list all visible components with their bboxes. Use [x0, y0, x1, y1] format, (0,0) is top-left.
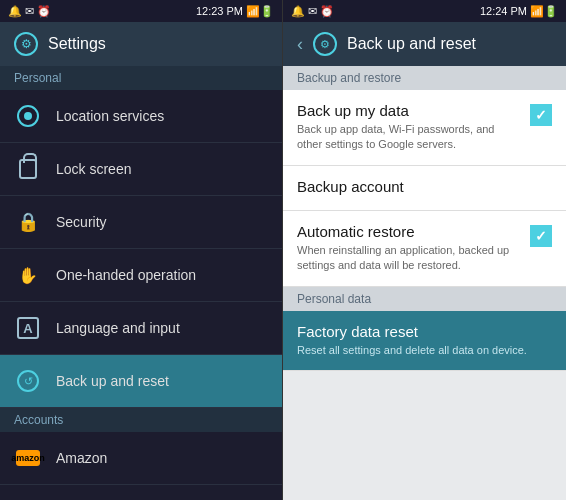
left-status-left: 🔔 ✉ ⏰	[8, 5, 51, 18]
menu-item-dropbox[interactable]: ❖ Dropbox	[0, 485, 282, 500]
right-status-left: 🔔 ✉ ⏰	[291, 5, 334, 18]
menu-item-location[interactable]: Location services	[0, 90, 282, 143]
left-status-time: 12:23 PM	[196, 5, 243, 17]
right-status-bar: 🔔 ✉ ⏰ 12:24 PM 📶🔋	[283, 0, 566, 22]
back-button[interactable]: ‹	[297, 34, 303, 55]
factory-reset-item[interactable]: Factory data reset Reset all settings an…	[283, 311, 566, 371]
menu-item-lockscreen[interactable]: Lock screen	[0, 143, 282, 196]
factory-reset-title: Factory data reset	[297, 323, 552, 340]
settings-gear-icon: ⚙	[14, 32, 38, 56]
menu-item-onehanded[interactable]: ✋ One-handed operation	[0, 249, 282, 302]
backup-label: Back up and reset	[56, 373, 169, 389]
right-header: ‹ ⚙ Back up and reset	[283, 22, 566, 66]
factory-reset-text: Factory data reset Reset all settings an…	[297, 323, 552, 358]
backup-icon: ↺	[14, 367, 42, 395]
right-panel-title: Back up and reset	[347, 35, 476, 53]
left-panel: 🔔 ✉ ⏰ 12:23 PM 📶🔋 ⚙ Settings Personal Lo…	[0, 0, 283, 500]
lock-icon	[14, 155, 42, 183]
backup-my-data-item[interactable]: Back up my data Back up app data, Wi-Fi …	[283, 90, 566, 166]
auto-restore-item[interactable]: Automatic restore When reinstalling an a…	[283, 211, 566, 287]
right-status-right: 12:24 PM 📶🔋	[480, 5, 558, 18]
left-status-right: 12:23 PM 📶🔋	[196, 5, 274, 18]
language-icon: A	[14, 314, 42, 342]
right-gear-icon: ⚙	[313, 32, 337, 56]
left-signal-icon: 📶🔋	[246, 5, 274, 18]
backup-account-title: Backup account	[297, 178, 552, 195]
menu-item-backup[interactable]: ↺ Back up and reset	[0, 355, 282, 408]
backup-my-data-text: Back up my data Back up app data, Wi-Fi …	[297, 102, 520, 153]
amazon-icon: amazon	[14, 444, 42, 472]
auto-restore-sub: When reinstalling an application, backed…	[297, 243, 520, 274]
auto-restore-title: Automatic restore	[297, 223, 520, 240]
auto-restore-checkbox[interactable]	[530, 225, 552, 247]
personal-data-section: Personal data	[283, 287, 566, 311]
left-status-bar: 🔔 ✉ ⏰ 12:23 PM 📶🔋	[0, 0, 282, 22]
menu-item-language[interactable]: A Language and input	[0, 302, 282, 355]
backup-restore-section: Backup and restore	[283, 66, 566, 90]
amazon-label: Amazon	[56, 450, 107, 466]
right-status-icons: 🔔 ✉ ⏰	[291, 5, 334, 18]
hand-icon: ✋	[14, 261, 42, 289]
security-icon: 🔒	[14, 208, 42, 236]
right-signal-icon: 📶🔋	[530, 5, 558, 18]
backup-my-data-title: Back up my data	[297, 102, 520, 119]
menu-item-security[interactable]: 🔒 Security	[0, 196, 282, 249]
backup-account-item[interactable]: Backup account	[283, 166, 566, 211]
backup-my-data-sub: Back up app data, Wi-Fi passwords, and o…	[297, 122, 520, 153]
backup-my-data-checkbox[interactable]	[530, 104, 552, 126]
location-icon	[14, 102, 42, 130]
backup-account-text: Backup account	[297, 178, 552, 198]
location-label: Location services	[56, 108, 164, 124]
right-panel: 🔔 ✉ ⏰ 12:24 PM 📶🔋 ‹ ⚙ Back up and reset …	[283, 0, 566, 500]
left-header: ⚙ Settings	[0, 22, 282, 66]
onehanded-label: One-handed operation	[56, 267, 196, 283]
accounts-section-label: Accounts	[0, 408, 282, 432]
settings-title: Settings	[48, 35, 106, 53]
right-status-time: 12:24 PM	[480, 5, 527, 17]
lockscreen-label: Lock screen	[56, 161, 131, 177]
menu-item-amazon[interactable]: amazon Amazon	[0, 432, 282, 485]
personal-section-label: Personal	[0, 66, 282, 90]
right-content: Backup and restore Back up my data Back …	[283, 66, 566, 500]
factory-reset-sub: Reset all settings and delete all data o…	[297, 343, 552, 358]
left-status-icons: 🔔 ✉ ⏰	[8, 5, 51, 18]
auto-restore-text: Automatic restore When reinstalling an a…	[297, 223, 520, 274]
language-label: Language and input	[56, 320, 180, 336]
security-label: Security	[56, 214, 107, 230]
